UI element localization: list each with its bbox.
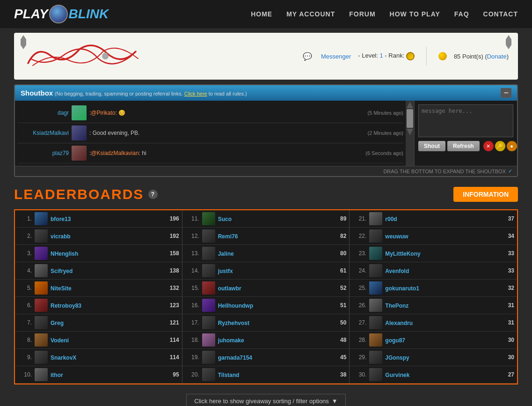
- lb-rank: 4.: [18, 267, 32, 274]
- logo: PLAY BLINK: [14, 5, 109, 23]
- shoutbox-minimize-button[interactable]: −: [501, 88, 511, 98]
- lb-name-cell: ithor: [51, 371, 163, 378]
- lb-player-link[interactable]: NiteSite: [51, 285, 72, 292]
- lb-player-link[interactable]: ithor: [51, 372, 63, 378]
- giveaways-section: Click here to show giveaway sorting / fi…: [14, 394, 518, 406]
- lb-player-link[interactable]: JGonspy: [385, 354, 409, 361]
- lb-player-link[interactable]: justfx: [218, 268, 233, 274]
- shout-icon-circle-button[interactable]: ●: [507, 141, 517, 151]
- lb-rank: 5.: [18, 285, 32, 291]
- lb-player-link[interactable]: weuwuw: [385, 233, 408, 240]
- lb-name-cell: JGonspy: [385, 354, 498, 361]
- points-coin-icon: [438, 52, 447, 60]
- leaderboard-row: 4. Scifryed 138: [15, 262, 182, 280]
- shoutbox-body: dagr :@Pirikato: 😊 (5 Minutes ago) Ksiad…: [15, 101, 517, 166]
- lb-score: 121: [163, 319, 179, 326]
- shout-user-link[interactable]: dagr: [17, 110, 69, 116]
- lb-player-link[interactable]: Greg: [51, 320, 64, 326]
- messenger-link[interactable]: Messenger: [321, 53, 351, 60]
- nav-faq[interactable]: FAQ: [454, 10, 469, 18]
- lb-player-link[interactable]: gogu87: [385, 337, 405, 344]
- lb-player-link[interactable]: Ryzhehvost: [218, 320, 249, 326]
- shout-message-input[interactable]: [418, 104, 513, 137]
- shoutbox-rules-link[interactable]: Click here: [184, 91, 207, 96]
- leaderboard-row: 2. vicrabb 192: [15, 228, 182, 245]
- shout-time: (2 Minutes ago): [343, 130, 403, 136]
- nav-forum[interactable]: FORUM: [349, 10, 375, 18]
- lb-avatar: [35, 229, 48, 243]
- shout-mention: @Pirikato: [91, 110, 115, 116]
- lb-player-link[interactable]: vicrabb: [51, 233, 71, 240]
- lb-player-link[interactable]: outlawbr: [218, 285, 241, 292]
- lb-player-link[interactable]: NHenglish: [51, 251, 78, 257]
- lb-player-link[interactable]: r00d: [385, 216, 397, 222]
- lb-name-cell: Vodeni: [51, 337, 163, 344]
- lb-avatar: [202, 351, 215, 364]
- lb-player-link[interactable]: Retroboy83: [51, 303, 81, 309]
- lb-player-link[interactable]: SnarkovX: [51, 354, 76, 361]
- lb-player-link[interactable]: Vodeni: [51, 337, 69, 344]
- leaderboard-row: 28. gogu87 30: [350, 332, 517, 349]
- lb-score: 82: [330, 233, 346, 239]
- lb-player-link[interactable]: Suco: [218, 216, 232, 222]
- lb-player-link[interactable]: garnada7154: [218, 354, 252, 361]
- lb-player-link[interactable]: Alexandru: [385, 320, 413, 326]
- nav-my-account[interactable]: MY ACCOUNT: [286, 10, 335, 18]
- lb-rank: 12.: [185, 233, 199, 239]
- lb-name-cell: garnada7154: [218, 354, 330, 361]
- lb-name-cell: gogu87: [385, 337, 498, 344]
- lb-name-cell: Greg: [51, 319, 163, 326]
- lb-player-link[interactable]: Remi76: [218, 233, 238, 240]
- lb-score: 30: [498, 354, 514, 361]
- lb-name-cell: SnarkovX: [51, 354, 163, 361]
- shout-user-link[interactable]: plaz79: [17, 150, 69, 156]
- nav-home[interactable]: HOME: [251, 10, 272, 18]
- scrollbar-down-arrow[interactable]: [407, 129, 413, 135]
- lb-score: 31: [498, 319, 514, 326]
- scrollbar-thumb[interactable]: [407, 109, 413, 128]
- lb-player-link[interactable]: MyLittleKony: [385, 251, 420, 257]
- lb-player-link[interactable]: Scifryed: [51, 268, 73, 274]
- level-value-link[interactable]: 1: [380, 52, 383, 59]
- shout-user-link[interactable]: KsiadzMalkavi: [17, 130, 69, 136]
- lb-score: 61: [330, 267, 346, 274]
- lb-rank: 23.: [352, 250, 366, 257]
- leaderboard-row: 10. ithor 95: [15, 366, 182, 384]
- lb-rank: 20.: [185, 371, 199, 378]
- lb-rank: 15.: [185, 285, 199, 291]
- shout-button[interactable]: Shout: [418, 141, 445, 151]
- shout-row: KsiadzMalkavi : Good evening, PB. (2 Min…: [17, 123, 403, 143]
- shoutbox-scrollbar[interactable]: [406, 101, 414, 166]
- shout-icon-red-button[interactable]: ✕: [483, 141, 494, 151]
- nav-contact[interactable]: CONTACT: [483, 10, 518, 18]
- leaderboard-row: 21. r00d 37: [350, 210, 517, 228]
- lb-avatar: [35, 299, 48, 312]
- donate-link[interactable]: Donate: [487, 53, 507, 60]
- scrollbar-up-arrow[interactable]: [407, 102, 413, 108]
- lb-player-link[interactable]: Avenfold: [385, 268, 409, 274]
- lb-avatar: [369, 264, 382, 277]
- lb-player-link[interactable]: ThePonz: [385, 303, 408, 309]
- nav-how-to-play[interactable]: HOW TO PLAY: [390, 10, 440, 18]
- shoutbox-messages: dagr :@Pirikato: 😊 (5 Minutes ago) Ksiad…: [15, 101, 406, 166]
- lb-name-cell: NHenglish: [51, 250, 163, 257]
- shout-icon-key-button[interactable]: 🔑: [495, 141, 505, 151]
- leaderboard-row: 20. Tilstand 38: [182, 366, 350, 384]
- lb-player-link[interactable]: Hellhoundwp: [218, 303, 253, 309]
- leaderboard-row: 19. garnada7154 45: [182, 349, 350, 366]
- lb-player-link[interactable]: bfore13: [51, 216, 71, 222]
- lb-avatar: [202, 316, 215, 329]
- lb-player-link[interactable]: Jaline: [218, 251, 234, 257]
- lb-rank: 19.: [185, 354, 199, 361]
- refresh-button[interactable]: Refresh: [447, 141, 480, 151]
- lb-rank: 11.: [185, 215, 199, 222]
- lb-player-link[interactable]: gokunaruto1: [385, 285, 419, 292]
- leaderboards-info-icon[interactable]: ?: [148, 190, 158, 199]
- information-button[interactable]: INFORMATION: [453, 187, 518, 202]
- logo-icon: [49, 5, 68, 23]
- lb-player-link[interactable]: juhomake: [218, 337, 244, 344]
- lb-score: 51: [330, 302, 346, 309]
- giveaway-filter-button[interactable]: Click here to show giveaway sorting / fi…: [186, 394, 345, 406]
- lb-player-link[interactable]: Tilstand: [218, 372, 240, 378]
- lb-player-link[interactable]: Gurvinek: [385, 372, 409, 378]
